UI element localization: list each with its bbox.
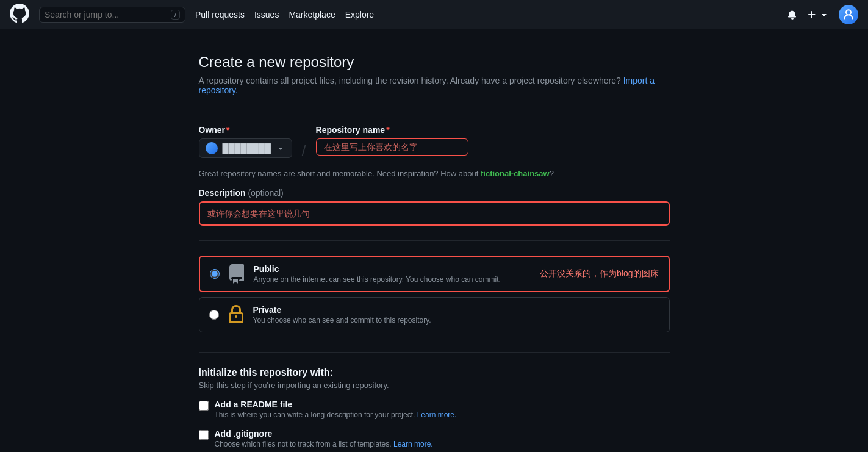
repo-name-input[interactable]: [316, 138, 468, 156]
user-avatar[interactable]: [839, 5, 858, 24]
new-menu-button[interactable]: [807, 10, 829, 20]
public-radio[interactable]: [210, 269, 220, 279]
private-radio-text: Private You choose who can see and commi…: [253, 305, 659, 325]
gitignore-text: Add .gitignore Choose which files not to…: [215, 429, 433, 448]
readme-checkbox[interactable]: [199, 401, 209, 411]
site-header: / Pull requests Issues Marketplace Explo…: [0, 0, 868, 29]
private-lock-icon: [226, 305, 246, 325]
public-radio-text: Public Anyone on the internet can see th…: [254, 264, 528, 284]
visibility-public-option[interactable]: Public Anyone on the internet can see th…: [199, 256, 670, 292]
visibility-group: Public Anyone on the internet can see th…: [199, 256, 670, 337]
section-divider-2: [199, 240, 670, 241]
owner-avatar-small: [206, 142, 218, 154]
description-label: Description (optional): [199, 188, 670, 198]
global-search[interactable]: /: [39, 7, 185, 23]
nav-explore[interactable]: Explore: [345, 10, 374, 20]
main-content: Create a new repository A repository con…: [184, 29, 684, 452]
public-repo-icon: [227, 264, 246, 284]
repo-name-group: Repository name*: [316, 125, 468, 156]
readme-learn-more-link[interactable]: Learn more.: [417, 411, 457, 419]
chevron-down-icon: [276, 143, 285, 153]
section-divider-3: [199, 352, 670, 353]
page-subtitle: A repository contains all project files,…: [199, 76, 670, 95]
search-shortcut-badge: /: [171, 10, 180, 20]
suggestion-link[interactable]: fictional-chainsaw: [481, 169, 550, 178]
github-logo[interactable]: [10, 4, 29, 25]
header-actions: [787, 5, 858, 24]
repo-name-label: Repository name*: [316, 125, 468, 135]
readme-option: Add a README file This is where you can …: [199, 400, 670, 419]
owner-selector[interactable]: ████████: [199, 138, 292, 158]
description-input[interactable]: [199, 201, 670, 226]
gitignore-learn-more-link[interactable]: Learn more.: [393, 440, 433, 448]
owner-label: Owner*: [199, 125, 292, 135]
gitignore-option: Add .gitignore Choose which files not to…: [199, 429, 670, 448]
page-title: Create a new repository: [199, 54, 670, 71]
suggestion-text: Great repository names are short and mem…: [199, 169, 670, 178]
initialize-section: Initialize this repository with: Skip th…: [199, 367, 670, 452]
section-divider: [199, 110, 670, 110]
visibility-private-option[interactable]: Private You choose who can see and commi…: [199, 297, 670, 332]
gitignore-checkbox[interactable]: [199, 430, 209, 440]
main-nav: Pull requests Issues Marketplace Explore: [195, 10, 374, 20]
nav-marketplace[interactable]: Marketplace: [289, 10, 335, 20]
readme-text: Add a README file This is where you can …: [215, 400, 457, 419]
nav-issues[interactable]: Issues: [254, 10, 279, 20]
owner-group: Owner* ████████: [199, 125, 292, 158]
description-group: Description (optional): [199, 188, 670, 226]
init-section-title: Initialize this repository with:: [199, 367, 670, 378]
public-annotation: 公开没关系的，作为blog的图床: [540, 268, 658, 279]
notifications-button[interactable]: [787, 10, 797, 20]
init-section-subtitle: Skip this step if you're importing an ex…: [199, 381, 670, 390]
owner-name: ████████: [223, 143, 271, 153]
slash-separator: /: [302, 125, 306, 159]
search-input[interactable]: [45, 10, 166, 20]
private-radio[interactable]: [209, 310, 219, 320]
owner-repo-row: Owner* ████████ / Repository name*: [199, 125, 670, 159]
nav-pull-requests[interactable]: Pull requests: [195, 10, 245, 20]
